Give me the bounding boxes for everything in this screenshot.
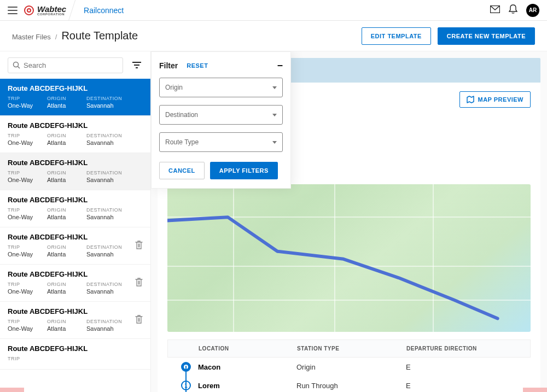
destination-value: Savannah (86, 102, 126, 109)
origin-label: ORIGIN (47, 96, 86, 101)
sidebar: Route ABCDEFG-HIJKL TRIPOne-Way ORIGINAt… (0, 51, 151, 392)
edit-template-button[interactable]: EDIT TEMPLATE (362, 27, 431, 45)
trash-icon[interactable] (135, 315, 143, 326)
map-preview[interactable] (167, 184, 531, 332)
chevron-down-icon (272, 141, 277, 144)
main: Route ABCDEFG-HIJKL TRIPOne-Way ORIGINAt… (0, 51, 547, 392)
search-box[interactable] (8, 57, 123, 73)
filter-destination-select[interactable]: Destination (159, 105, 283, 125)
destination-value: Savannah (86, 139, 126, 146)
th-departure-direction: DEPARTURE DIRECTION (406, 346, 523, 352)
product-tab[interactable]: Railconnect (72, 1, 136, 20)
search-icon (13, 61, 20, 69)
origin-label: ORIGIN (47, 282, 86, 287)
trip-label: TRIP (8, 207, 47, 213)
breadcrumb-parent[interactable]: Master Files (12, 33, 51, 41)
origin-value: Atlanta (47, 325, 86, 332)
trip-value: One-Way (8, 288, 47, 295)
search-input[interactable] (24, 61, 118, 69)
destination-value: Savannah (86, 251, 126, 258)
route-card[interactable]: Route ABCDEFG-HIJKL TRIPOne-Way ORIGINAt… (0, 302, 150, 339)
trip-label: TRIP (8, 244, 47, 250)
filter-cancel-button[interactable]: CANCEL (159, 162, 205, 179)
decorative-edge (523, 388, 547, 392)
destination-label: DESTINATION (86, 244, 126, 250)
filter-toggle-icon[interactable] (129, 57, 145, 73)
table-row[interactable]: Macon Origin E (167, 358, 531, 376)
topbar: Wabtec CORPORATION Railconnect AR (0, 0, 547, 21)
route-title: Route ABCDEFG-HIJKL (8, 233, 143, 241)
content: Route ABCDEFG-HIJKL DESTINATIONSavannah … (151, 51, 547, 392)
svg-point-1 (14, 62, 19, 67)
destination-label: DESTINATION (86, 282, 126, 287)
mail-icon[interactable] (490, 5, 500, 15)
filter-route-type-select[interactable]: Route Type (159, 132, 283, 152)
brand-subtitle: CORPORATION (37, 13, 66, 16)
route-title: Route ABCDEFG-HIJKL (8, 270, 143, 278)
trip-label: TRIP (8, 319, 47, 324)
breadcrumb: Master Files / Route Template (12, 30, 138, 42)
stop-type: Origin (296, 363, 406, 371)
stops-table-head: LOCATION STATION TYPE DEPARTURE DIRECTIO… (167, 340, 531, 358)
route-card[interactable]: Route ABCDEFG-HIJKL TRIPOne-Way ORIGINAt… (0, 79, 150, 116)
destination-label: DESTINATION (86, 133, 126, 138)
subbar: Master Files / Route Template EDIT TEMPL… (0, 21, 547, 51)
route-card[interactable]: Route ABCDEFG-HIJKL TRIP (0, 339, 150, 370)
stop-direction: E (406, 363, 524, 371)
route-card[interactable]: Route ABCDEFG-HIJKL TRIPOne-Way ORIGINAt… (0, 227, 150, 265)
trip-label: TRIP (8, 133, 47, 138)
destination-value: Savannah (86, 177, 126, 183)
origin-label: ORIGIN (47, 319, 86, 324)
map-preview-button[interactable]: MAP PREVIEW (459, 91, 531, 108)
filter-origin-label: Origin (165, 84, 183, 91)
route-card[interactable]: Route ABCDEFG-HIJKL TRIPOne-Way ORIGINAt… (0, 265, 150, 302)
trip-value: One-Way (8, 214, 47, 220)
route-title: Route ABCDEFG-HIJKL (8, 307, 143, 315)
route-card[interactable]: Route ABCDEFG-HIJKL TRIPOne-Way ORIGINAt… (0, 153, 150, 190)
trip-value: One-Way (8, 139, 47, 146)
th-station-type: STATION TYPE (297, 346, 406, 352)
origin-label: ORIGIN (47, 170, 86, 175)
brand-logo[interactable]: Wabtec CORPORATION (24, 4, 66, 16)
trash-icon[interactable] (135, 241, 143, 251)
create-template-button[interactable]: CREATE NEW TEMPLATE (438, 27, 535, 45)
route-list: Route ABCDEFG-HIJKL TRIPOne-Way ORIGINAt… (0, 79, 150, 392)
filter-destination-label: Destination (165, 111, 198, 119)
origin-value: Atlanta (47, 177, 86, 183)
bell-icon[interactable] (509, 4, 517, 16)
stop-direction: E (406, 382, 524, 390)
svg-line-2 (18, 67, 20, 69)
filter-reset-button[interactable]: RESET (187, 62, 208, 69)
filter-apply-button[interactable]: APPLY FILTERS (210, 162, 278, 179)
filter-origin-select[interactable]: Origin (159, 78, 283, 97)
route-title: Route ABCDEFG-HIJKL (8, 121, 143, 130)
trip-value: One-Way (8, 251, 47, 258)
stop-location: Lorem (198, 382, 296, 390)
route-title: Route ABCDEFG-HIJKL (8, 159, 143, 167)
route-card[interactable]: Route ABCDEFG-HIJKL TRIPOne-Way ORIGINAt… (0, 116, 150, 153)
trip-label: TRIP (8, 356, 47, 361)
route-title: Route ABCDEFG-HIJKL (8, 196, 143, 204)
route-card[interactable]: Route ABCDEFG-HIJKL TRIPOne-Way ORIGINAt… (0, 190, 150, 227)
trip-value: One-Way (8, 325, 47, 332)
avatar[interactable]: AR (526, 4, 539, 17)
trip-label: TRIP (8, 282, 47, 287)
origin-label: ORIGIN (47, 244, 86, 250)
origin-label: ORIGIN (47, 207, 86, 213)
destination-label: DESTINATION (86, 170, 126, 175)
filter-route-type-label: Route Type (165, 138, 199, 146)
close-icon[interactable]: – (277, 60, 283, 71)
chevron-down-icon (272, 86, 277, 89)
menu-icon[interactable] (8, 7, 18, 14)
trash-icon[interactable] (135, 278, 143, 289)
destination-value: Savannah (86, 214, 126, 220)
route-polyline (167, 184, 531, 332)
origin-label: ORIGIN (47, 133, 86, 138)
trip-label: TRIP (8, 96, 47, 101)
table-row[interactable]: 1 Lorem Run Through E (167, 376, 531, 392)
decorative-edge (0, 388, 24, 392)
route-title: Route ABCDEFG-HIJKL (8, 84, 143, 92)
map-preview-label: MAP PREVIEW (478, 96, 523, 103)
breadcrumb-sep: / (55, 33, 57, 41)
stops-table: LOCATION STATION TYPE DEPARTURE DIRECTIO… (167, 340, 531, 392)
